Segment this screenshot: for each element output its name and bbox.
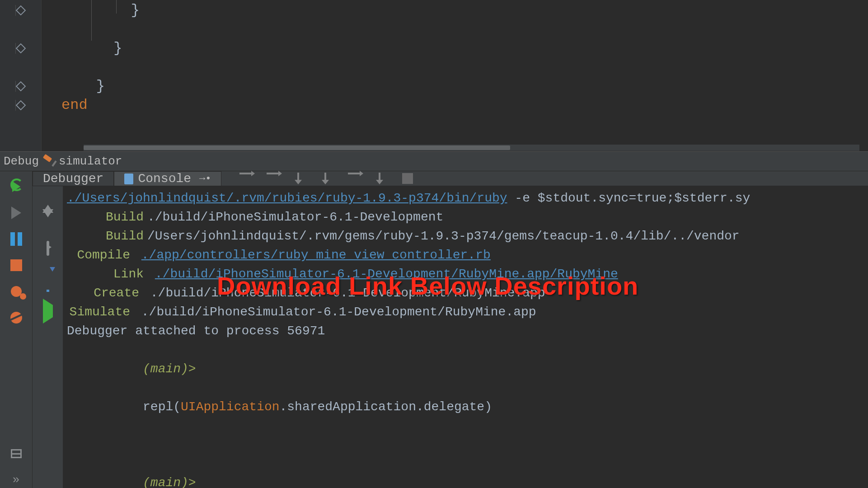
create-label: Create	[67, 284, 139, 303]
arrow-down-icon	[42, 209, 53, 230]
rerun-icon	[12, 181, 20, 192]
tab-label: Debugger	[43, 172, 103, 186]
repl-text: .sharedApplication.delegate)	[279, 400, 492, 414]
execute-button[interactable]	[43, 305, 53, 317]
run-to-cursor-button[interactable]	[375, 173, 389, 184]
layout-icon	[11, 449, 22, 458]
code-line: }	[61, 1, 868, 20]
keyword-end: end	[61, 97, 88, 113]
console-area: ./Users/johnlindquist/.rvm/rubies/ruby-1…	[33, 186, 868, 488]
panel-main: Debugger Console →•	[33, 171, 868, 488]
repl-prompt: (main)>	[143, 362, 196, 376]
console-text: /Users/johnlindquist/.rvm/gems/ruby-1.9.…	[147, 229, 740, 243]
console-text: ./build/iPhoneSimulator-6.1-Development/…	[150, 286, 545, 300]
code-line	[61, 20, 868, 39]
debug-label: Debug	[4, 155, 39, 168]
step-into-button[interactable]	[294, 173, 307, 184]
editor-horizontal-scrollbar[interactable]	[83, 144, 860, 151]
debugger-attached-text: Debugger attached to process 56971	[67, 322, 864, 341]
console-text: ./build/iPhoneSimulator-6.1-Development	[147, 210, 443, 224]
stop-button[interactable]	[8, 257, 24, 273]
pin-icon[interactable]: →•	[196, 173, 211, 184]
step-over-button[interactable]	[267, 173, 280, 184]
step-out-button[interactable]	[348, 173, 361, 184]
pause-icon	[10, 232, 22, 246]
expand-button[interactable]: »	[8, 472, 24, 488]
scroll-up-button[interactable]	[42, 192, 53, 205]
compile-label: Compile	[67, 246, 130, 265]
console-text: -e $stdout.sync=true;$stderr.sy	[507, 191, 751, 205]
evaluate-expression-button[interactable]	[402, 173, 413, 184]
play-icon	[11, 206, 21, 219]
debug-toolwindow-header: Debug simulator	[0, 151, 868, 171]
code-line: }	[61, 77, 868, 96]
code-line	[61, 58, 868, 77]
rerun-button[interactable]	[8, 178, 24, 195]
editor-body[interactable]: } } } end	[42, 0, 868, 151]
view-breakpoints-button[interactable]	[8, 283, 24, 300]
debug-left-rail: »	[0, 171, 33, 488]
console-icon	[124, 174, 133, 184]
console-left-rail	[33, 186, 63, 488]
pause-button[interactable]	[8, 231, 24, 247]
console-output[interactable]: ./Users/johnlindquist/.rvm/rubies/ruby-1…	[63, 186, 868, 488]
play-icon	[43, 299, 53, 324]
run-config-icon	[43, 156, 54, 167]
mute-breakpoints-icon	[10, 312, 22, 324]
repl-text: repl(	[143, 400, 181, 414]
debug-step-toolbar	[221, 171, 413, 186]
tab-label: Console	[138, 172, 191, 186]
stop-icon	[10, 259, 22, 271]
soft-wrap-icon	[47, 241, 49, 256]
debug-tool-panel: » Debugger Console →•	[0, 171, 868, 488]
tab-console[interactable]: Console →•	[114, 171, 221, 186]
scrollbar-thumb[interactable]	[84, 145, 510, 150]
fold-icon[interactable]	[15, 100, 26, 111]
editor-gutter	[0, 0, 42, 151]
console-link[interactable]: ./app/controllers/ruby_mine_view_control…	[141, 248, 491, 262]
console-link[interactable]: ./Users/johnlindquist/.rvm/rubies/ruby-1…	[67, 191, 507, 205]
build-label: Build	[67, 227, 144, 246]
simulate-label: Simulate	[67, 303, 130, 322]
layout-button[interactable]	[8, 446, 24, 462]
fold-icon[interactable]	[15, 5, 26, 16]
debug-tabs: Debugger Console →•	[33, 171, 868, 186]
fold-icon[interactable]	[15, 81, 26, 92]
code-editor[interactable]: } } } end	[0, 0, 868, 151]
soft-wrap-button[interactable]	[47, 242, 49, 254]
force-step-into-button[interactable]	[321, 173, 334, 184]
resume-button[interactable]	[8, 205, 24, 221]
scroll-down-button[interactable]	[42, 217, 53, 230]
chevron-right-icon: »	[13, 473, 20, 487]
repl-prompt: (main)>	[143, 476, 196, 488]
link-label: Link	[67, 265, 144, 284]
code-line: }	[61, 39, 868, 58]
console-link[interactable]: ./build/iPhoneSimulator-6.1-Development/…	[155, 267, 618, 281]
run-config-name: simulator	[59, 155, 122, 168]
breakpoints-icon	[11, 286, 22, 297]
fold-icon[interactable]	[15, 43, 26, 54]
show-execution-point-button[interactable]	[239, 173, 253, 184]
repl-class: UIApplication	[181, 400, 279, 414]
mute-breakpoints-button[interactable]	[8, 310, 24, 326]
tab-debugger[interactable]: Debugger	[33, 171, 114, 186]
console-text: ./build/iPhoneSimulator-6.1-Development/…	[141, 305, 536, 319]
build-label: Build	[67, 208, 144, 227]
